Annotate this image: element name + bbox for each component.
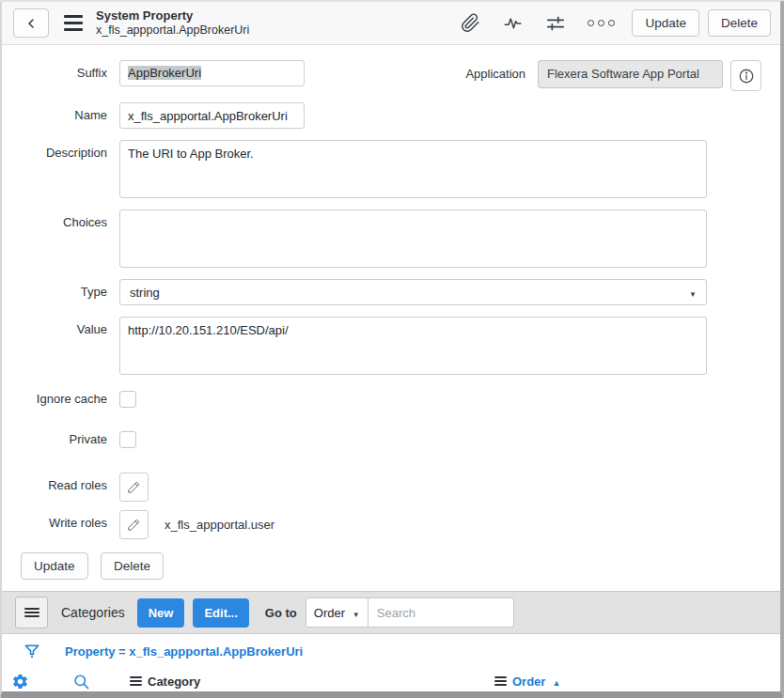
application-label: Application: [465, 60, 538, 88]
personalize-form-icon[interactable]: [545, 13, 566, 34]
header-update-button[interactable]: Update: [632, 9, 699, 37]
gear-icon[interactable]: [11, 673, 29, 690]
private-label: Private: [21, 427, 119, 453]
description-row: Description The URI to App Broker.: [21, 140, 761, 198]
goto-label: Go to: [265, 606, 297, 620]
write-roles-value: x_fls_appportal.user: [165, 510, 274, 539]
choices-textarea[interactable]: [119, 209, 707, 268]
edit-button[interactable]: Edit...: [193, 598, 248, 628]
sort-ascending-icon: [545, 675, 560, 689]
suffix-label: Suffix: [21, 60, 119, 86]
activity-stream-icon[interactable]: [502, 13, 524, 33]
list-filter-row: Property = x_fls_appportal.AppBrokerUri: [2, 634, 780, 668]
application-field: Flexera Software App Portal: [538, 60, 723, 88]
hamburger-icon: [24, 606, 39, 618]
read-roles-edit-button[interactable]: [119, 473, 149, 502]
back-button[interactable]: [13, 8, 49, 38]
list-context-menu-button[interactable]: [15, 597, 48, 628]
private-row: Private: [21, 427, 761, 453]
suffix-input[interactable]: AppBrokerUri: [119, 60, 305, 86]
goto-column-select[interactable]: Order: [306, 597, 368, 628]
suffix-application-row: Suffix AppBrokerUri Application Flexera …: [21, 60, 761, 91]
type-label: Type: [21, 279, 119, 305]
column-header-order[interactable]: Order: [494, 675, 780, 689]
system-property-window: System Property x_fls_appportal.AppBroke…: [0, 0, 784, 698]
type-selected-value: string: [130, 286, 689, 300]
form-context-menu-icon[interactable]: [64, 15, 83, 32]
suffix-selected-text: AppBrokerUri: [128, 66, 201, 80]
filter-breadcrumb[interactable]: Property = x_fls_appportal.AppBrokerUri: [65, 644, 303, 659]
column-header-category[interactable]: Category: [130, 675, 494, 689]
form-title-block: System Property x_fls_appportal.AppBroke…: [96, 8, 249, 39]
description-textarea[interactable]: The URI to App Broker.: [119, 140, 707, 198]
form-body: Suffix AppBrokerUri Application Flexera …: [2, 45, 780, 539]
form-footer: Update Delete: [2, 552, 780, 591]
type-select[interactable]: string: [119, 279, 707, 305]
footer-delete-button[interactable]: Delete: [101, 552, 164, 580]
application-info-button[interactable]: [730, 60, 761, 91]
choices-row: Choices: [21, 209, 761, 268]
write-roles-row: Write roles x_fls_appportal.user: [21, 510, 761, 539]
read-roles-label: Read roles: [21, 473, 119, 499]
list-column-header-row: Category Order: [2, 668, 780, 695]
column-menu-icon: [130, 676, 142, 687]
read-roles-row: Read roles: [21, 473, 761, 502]
chevron-left-icon: [24, 16, 39, 31]
header-delete-button[interactable]: Delete: [708, 9, 771, 37]
form-subtitle: x_fls_appportal.AppBrokerUri: [96, 23, 249, 39]
goto-selected-value: Order: [314, 606, 353, 620]
form-header: System Property x_fls_appportal.AppBroke…: [2, 2, 780, 45]
column-menu-icon: [494, 676, 507, 687]
pencil-icon: [127, 518, 141, 532]
categories-list-title: Categories: [61, 605, 125, 620]
name-label: Name: [21, 102, 119, 129]
form-title: System Property: [96, 8, 249, 23]
value-textarea[interactable]: http://10.20.151.210/ESD/api/: [119, 317, 707, 375]
ignore-cache-row: Ignore cache: [21, 386, 761, 412]
name-input[interactable]: [119, 102, 305, 129]
column-header-label: Order: [512, 675, 545, 689]
choices-label: Choices: [21, 209, 119, 236]
more-options-icon[interactable]: [588, 20, 615, 26]
column-header-label: Category: [148, 675, 200, 689]
write-roles-edit-button[interactable]: [119, 510, 149, 539]
value-row: Value http://10.20.151.210/ESD/api/: [21, 317, 761, 375]
footer-update-button[interactable]: Update: [21, 552, 88, 580]
categories-list-header: Categories New Edit... Go to Order: [2, 591, 780, 634]
ignore-cache-checkbox[interactable]: [119, 391, 136, 408]
funnel-icon[interactable]: [23, 642, 41, 661]
list-search-icon[interactable]: [72, 673, 90, 690]
new-button[interactable]: New: [137, 598, 185, 628]
paperclip-icon[interactable]: [461, 13, 480, 33]
write-roles-label: Write roles: [21, 510, 119, 536]
value-label: Value: [21, 317, 119, 343]
list-search-input[interactable]: [368, 597, 514, 628]
dropdown-caret-icon: [689, 286, 697, 300]
type-row: Type string: [21, 279, 761, 305]
info-icon: [738, 68, 755, 85]
dropdown-caret-icon: [353, 606, 360, 620]
name-row: Name: [21, 102, 761, 129]
ignore-cache-label: Ignore cache: [21, 386, 119, 412]
private-checkbox[interactable]: [119, 431, 136, 448]
pencil-icon: [127, 480, 141, 494]
description-label: Description: [21, 140, 119, 166]
